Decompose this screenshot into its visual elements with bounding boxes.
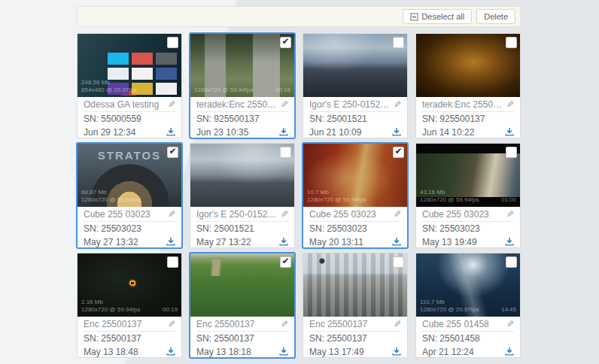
- file-size-overlay: 110.7 Mb: [420, 299, 445, 306]
- select-checkbox[interactable]: [280, 147, 291, 158]
- select-checkbox[interactable]: [506, 37, 517, 48]
- edit-icon[interactable]: ✎: [168, 99, 175, 110]
- download-icon[interactable]: [166, 237, 175, 248]
- select-checkbox[interactable]: ✔: [393, 147, 404, 158]
- edit-icon[interactable]: ✎: [168, 319, 175, 329]
- video-title: teradek:Enc 25500137: [422, 99, 506, 110]
- video-thumbnail[interactable]: 110.7 Mb 1280x720 @ 29.97fps 14:45: [416, 253, 520, 317]
- video-thumbnail[interactable]: STRATOS 60.87 Mb 1280x720 @ 59.94fps ✔: [78, 144, 181, 207]
- video-info: Cube 255 03023 ✎ SN: 25503023 May 20 13:…: [303, 207, 407, 249]
- video-card[interactable]: Igor's E 250-0152111 ✎ SN: 25001521 May …: [190, 143, 295, 248]
- video-title: Enc 25500137: [84, 319, 141, 329]
- select-checkbox[interactable]: [506, 147, 517, 158]
- resolution-overlay: 1280x720 @ 59.94fps: [194, 86, 253, 94]
- video-thumbnail[interactable]: 10.7 Mb 1280x720 @ 59.94fps ✔: [303, 144, 407, 207]
- video-date: Jun 29 12:34: [84, 127, 135, 138]
- video-info: Enc 25500137 ✎ SN: 25500137 May 13 18:48: [78, 317, 181, 359]
- video-card[interactable]: ✔ Enc 25500137 ✎ SN: 25500137 May 13 18:…: [190, 253, 295, 358]
- video-info: Cube 255 01458 ✎ SN: 25501458 Apr 21 12:…: [416, 317, 520, 359]
- download-icon[interactable]: [279, 127, 288, 138]
- video-card[interactable]: 110.7 Mb 1280x720 @ 29.97fps 14:45 Cube …: [415, 253, 521, 358]
- video-info: teradek:Enc 25500137 ✎ SN: 925500137 Jun…: [416, 97, 520, 139]
- selection-toolbar: Deselect all Delete: [77, 6, 521, 27]
- video-thumbnail[interactable]: [303, 253, 407, 317]
- delete-button[interactable]: Delete: [476, 9, 515, 24]
- video-thumbnail[interactable]: 1280x720 @ 59.94fps 00:16 ✔: [190, 34, 294, 97]
- edit-icon[interactable]: ✎: [394, 319, 401, 329]
- video-thumbnail[interactable]: ✔: [190, 253, 294, 317]
- video-card[interactable]: 2.16 Mb 1280x720 @ 59.94fps 00:19 Enc 25…: [77, 253, 182, 358]
- download-icon[interactable]: [279, 237, 288, 248]
- recordings-panel: Deselect all Delete 248.56 Mb 854x480 @ …: [77, 6, 521, 358]
- download-icon[interactable]: [392, 237, 401, 248]
- video-card[interactable]: 1280x720 @ 59.94fps 00:16 ✔ teradek:Enc …: [190, 33, 295, 138]
- select-checkbox[interactable]: ✔: [167, 147, 178, 158]
- edit-icon[interactable]: ✎: [281, 319, 288, 329]
- serial-number: SN: 925500137: [196, 112, 288, 126]
- video-card[interactable]: teradek:Enc 25500137 ✎ SN: 925500137 Jun…: [415, 33, 521, 138]
- video-thumbnail[interactable]: 2.16 Mb 1280x720 @ 59.94fps 00:19: [78, 253, 181, 317]
- video-info: Cube 255 03023 ✎ SN: 25503023 May 27 13:…: [78, 207, 181, 249]
- serial-number: SN: 925500137: [422, 112, 514, 126]
- download-icon[interactable]: [505, 347, 514, 358]
- serial-number: SN: 25001521: [196, 222, 288, 235]
- edit-icon[interactable]: ✎: [394, 99, 401, 110]
- video-card[interactable]: Igor's E 250-0152111 ✎ SN: 25001521 Jun …: [303, 33, 408, 138]
- video-card[interactable]: Enc 25500137 ✎ SN: 25500137 May 13 17:49: [303, 253, 408, 358]
- duration-overlay: 00:16: [275, 86, 290, 94]
- video-thumbnail[interactable]: 248.56 Mb 854x480 @ 29.97fps: [78, 34, 181, 97]
- edit-icon[interactable]: ✎: [506, 209, 514, 220]
- edit-icon[interactable]: ✎: [168, 209, 175, 220]
- download-icon[interactable]: [166, 347, 175, 358]
- video-card[interactable]: STRATOS 60.87 Mb 1280x720 @ 59.94fps ✔ C…: [77, 143, 182, 248]
- serial-number: SN: 25500137: [309, 332, 401, 345]
- serial-number: SN: 25503023: [84, 222, 175, 235]
- file-size-overlay: 10.7 Mb: [307, 189, 329, 196]
- video-card[interactable]: 10.7 Mb 1280x720 @ 59.94fps ✔ Cube 255 0…: [303, 143, 408, 248]
- select-checkbox[interactable]: ✔: [280, 256, 291, 268]
- resolution-overlay: 1280x720 @ 59.94fps: [81, 196, 140, 204]
- video-title: Enc 25500137: [309, 319, 367, 329]
- resolution-overlay: 1280x720 @ 59.94fps: [420, 196, 479, 204]
- video-date: May 13 17:49: [309, 347, 364, 357]
- download-icon[interactable]: [392, 347, 401, 358]
- serial-number: SN: 25500137: [84, 332, 175, 345]
- video-info: Odessa GA testing ✎ SN: 55000559 Jun 29 …: [78, 97, 181, 139]
- select-checkbox[interactable]: [393, 37, 404, 48]
- duration-overlay: 14:45: [501, 306, 516, 314]
- download-icon[interactable]: [392, 127, 401, 138]
- download-icon[interactable]: [166, 127, 175, 138]
- download-icon[interactable]: [505, 237, 514, 248]
- serial-number: SN: 25501458: [422, 332, 514, 345]
- download-icon[interactable]: [505, 127, 514, 138]
- select-checkbox[interactable]: [506, 256, 517, 268]
- video-date: May 27 13:32: [84, 237, 138, 247]
- edit-icon[interactable]: ✎: [281, 99, 288, 110]
- video-info: Igor's E 250-0152111 ✎ SN: 25001521 Jun …: [303, 97, 407, 139]
- video-card[interactable]: 248.56 Mb 854x480 @ 29.97fps Odessa GA t…: [77, 33, 182, 138]
- video-title: teradek:Enc 25500137: [196, 99, 281, 110]
- select-checkbox[interactable]: ✔: [280, 37, 291, 48]
- video-title: Cube 255 01458: [422, 319, 489, 329]
- video-date: May 13 18:18: [196, 347, 251, 357]
- download-icon[interactable]: [279, 347, 288, 358]
- video-thumbnail[interactable]: [416, 34, 520, 97]
- video-thumbnail[interactable]: [190, 144, 294, 207]
- thumbnail-label: STRATOS: [78, 149, 181, 162]
- video-card[interactable]: 43.16 Mb 1280x720 @ 59.94fps 01:00 Cube …: [415, 143, 521, 248]
- video-thumbnail[interactable]: 43.16 Mb 1280x720 @ 59.94fps 01:00: [416, 144, 520, 207]
- edit-icon[interactable]: ✎: [394, 209, 401, 220]
- duration-overlay: 00:19: [163, 306, 178, 314]
- video-date: Jun 14 10:22: [422, 127, 474, 138]
- video-info: Enc 25500137 ✎ SN: 25500137 May 13 17:49: [303, 317, 407, 359]
- select-checkbox[interactable]: [167, 37, 178, 48]
- select-checkbox[interactable]: [167, 256, 178, 268]
- edit-icon[interactable]: ✎: [506, 319, 514, 329]
- select-checkbox[interactable]: [393, 256, 404, 268]
- video-thumbnail[interactable]: [303, 34, 407, 97]
- edit-icon[interactable]: ✎: [506, 99, 514, 110]
- video-title: Igor's E 250-0152111: [309, 99, 394, 110]
- edit-icon[interactable]: ✎: [281, 209, 288, 220]
- file-size-overlay: 2.16 Mb: [81, 299, 103, 306]
- deselect-all-button[interactable]: Deselect all: [403, 9, 472, 24]
